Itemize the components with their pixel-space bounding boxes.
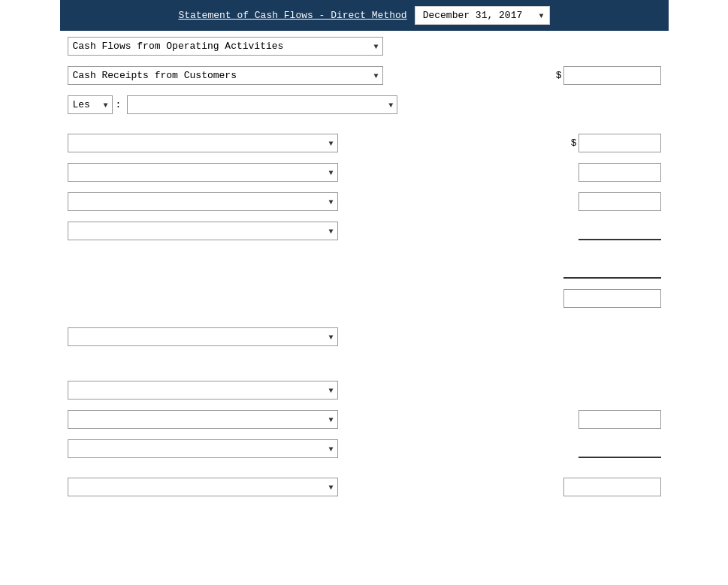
less-sub-select[interactable]: [127, 95, 397, 114]
expense-row-2: ▼: [68, 163, 661, 182]
result-plain-group: [563, 289, 661, 308]
result-underline-input[interactable]: [563, 260, 661, 279]
spacer-9: [68, 312, 661, 327]
spacer-5: [68, 186, 661, 192]
date-select-wrapper[interactable]: December 31, 2017 December 31, 2016 ▼: [415, 6, 550, 25]
less-dropdown-wrapper[interactable]: Less ▼: [68, 95, 113, 114]
dollar-sign-1: $: [556, 70, 562, 81]
bottom-2-amount-group: [578, 410, 661, 429]
less-sub-dropdown-wrapper[interactable]: ▼: [127, 95, 397, 114]
content-area: Cash Flows from Operating Activities ▼ C…: [60, 31, 669, 507]
bottom-3-amount-group: [578, 439, 661, 458]
spacer-13: [68, 433, 661, 439]
expense-row-3: ▼: [68, 192, 661, 211]
cash-receipts-row: Cash Receipts from Customers ▼ $: [68, 66, 661, 85]
expense-select-1[interactable]: [68, 134, 338, 152]
result-plain-row: [68, 289, 661, 308]
bottom-dropdown-row-2: ▼: [68, 410, 661, 429]
cash-receipts-amount-group: $: [556, 66, 661, 85]
expense-select-4[interactable]: [68, 222, 338, 240]
page-container: Statement of Cash Flows - Direct Method …: [60, 0, 669, 507]
spacer-8: [68, 283, 661, 289]
result-underline-group: [563, 260, 661, 279]
standalone-dropdown-wrapper[interactable]: ▼: [68, 327, 338, 346]
standalone-select[interactable]: [68, 327, 338, 346]
standalone-dropdown-row: ▼: [68, 327, 661, 346]
expense-1-amount-group: $: [571, 134, 661, 152]
cash-receipts-input[interactable]: [563, 66, 661, 85]
header-bar: Statement of Cash Flows - Direct Method …: [60, 0, 669, 31]
dollar-sign-2: $: [571, 137, 577, 149]
spacer-6: [68, 216, 661, 222]
spacer-2: [68, 89, 661, 95]
operating-activities-dropdown-wrapper[interactable]: Cash Flows from Operating Activities ▼: [68, 37, 383, 56]
bottom-select-2[interactable]: [68, 410, 338, 429]
cash-receipts-select[interactable]: Cash Receipts from Customers: [68, 66, 383, 85]
expense-dropdown-3-wrapper[interactable]: ▼: [68, 192, 338, 211]
bottom-dropdown-4-wrapper[interactable]: ▼: [68, 478, 338, 496]
bottom-4-amount-group: [563, 478, 661, 496]
expense-select-3[interactable]: [68, 192, 338, 211]
expense-select-2[interactable]: [68, 163, 338, 182]
result-underline-row: [68, 260, 661, 279]
less-colon: :: [116, 99, 122, 110]
bottom-select-1[interactable]: [68, 381, 338, 400]
expense-2-amount-group: [578, 163, 661, 182]
expense-row-4: ▼: [68, 222, 661, 240]
bottom-dropdown-row-4: ▼: [68, 478, 661, 496]
result-plain-input[interactable]: [563, 289, 661, 308]
bottom-2-input[interactable]: [578, 410, 661, 429]
spacer-12: [68, 404, 661, 410]
spacer-1: [68, 60, 661, 66]
spacer-3: [68, 119, 661, 134]
expense-dropdown-1-wrapper[interactable]: ▼: [68, 134, 338, 152]
expense-dropdown-2-wrapper[interactable]: ▼: [68, 163, 338, 182]
spacer-4: [68, 157, 661, 163]
bottom-dropdown-1-wrapper[interactable]: ▼: [68, 381, 338, 400]
bottom-dropdown-3-wrapper[interactable]: ▼: [68, 439, 338, 458]
expense-2-input[interactable]: [578, 163, 661, 182]
bottom-dropdown-2-wrapper[interactable]: ▼: [68, 410, 338, 429]
bottom-dropdown-row-1: ▼: [68, 381, 661, 400]
cash-receipts-dropdown-wrapper[interactable]: Cash Receipts from Customers ▼: [68, 66, 383, 85]
bottom-3-input[interactable]: [578, 439, 661, 458]
expense-4-input[interactable]: [578, 222, 661, 240]
expense-1-input[interactable]: [578, 134, 661, 152]
bottom-select-4[interactable]: [68, 478, 338, 496]
bottom-dropdown-row-3: ▼: [68, 439, 661, 458]
expense-dropdown-4-wrapper[interactable]: ▼: [68, 222, 338, 240]
expense-4-amount-group: [578, 222, 661, 240]
expense-row-1: ▼ $: [68, 134, 661, 152]
less-select[interactable]: Less: [68, 95, 113, 114]
spacer-10: [68, 351, 661, 366]
spacer-11: [68, 366, 661, 381]
page-title: Statement of Cash Flows - Direct Method: [178, 10, 406, 21]
date-select[interactable]: December 31, 2017 December 31, 2016: [415, 6, 550, 25]
operating-activities-row: Cash Flows from Operating Activities ▼: [68, 37, 661, 56]
bottom-select-3[interactable]: [68, 439, 338, 458]
expense-3-amount-group: [578, 192, 661, 211]
bottom-4-input[interactable]: [563, 478, 661, 496]
spacer-14: [68, 463, 661, 478]
operating-activities-select[interactable]: Cash Flows from Operating Activities: [68, 37, 383, 56]
less-row: Less ▼ : ▼: [68, 95, 661, 114]
expense-3-input[interactable]: [578, 192, 661, 211]
spacer-7: [68, 245, 661, 260]
